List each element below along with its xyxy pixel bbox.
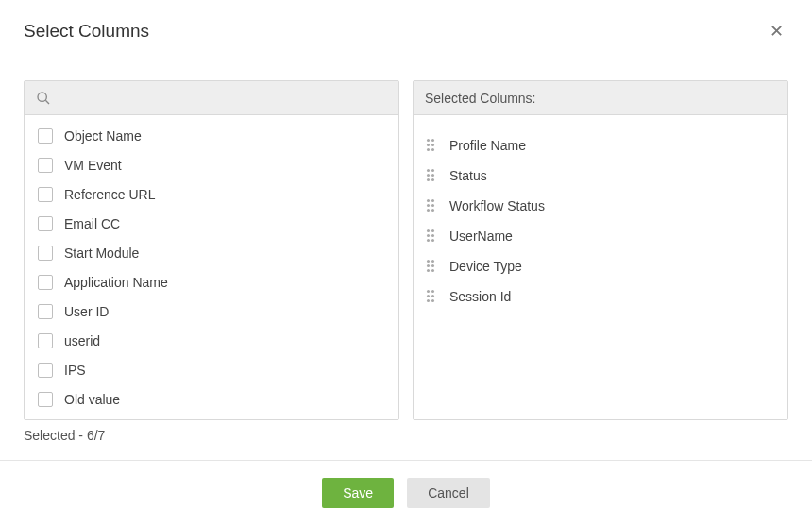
- available-column-item[interactable]: userid: [38, 326, 398, 355]
- drag-handle-icon[interactable]: [427, 260, 438, 273]
- search-bar[interactable]: [25, 81, 398, 115]
- selected-columns-header-label: Selected Columns:: [425, 91, 536, 106]
- available-column-label: Start Module: [64, 246, 139, 261]
- available-column-item[interactable]: Old value: [38, 384, 398, 414]
- column-checkbox[interactable]: [38, 363, 53, 378]
- close-icon[interactable]: ✕: [770, 23, 784, 40]
- available-column-label: IPS: [64, 363, 86, 378]
- selected-column-label: Status: [449, 168, 487, 183]
- selection-status: Selected - 6/7: [0, 420, 812, 443]
- save-button[interactable]: Save: [322, 478, 394, 508]
- column-checkbox[interactable]: [38, 128, 53, 144]
- columns-wrap: Object NameVM EventReference URLEmail CC…: [24, 80, 788, 420]
- column-checkbox[interactable]: [38, 275, 53, 290]
- search-icon: [36, 91, 51, 106]
- available-column-label: Reference URL: [64, 187, 156, 202]
- selected-columns-header: Selected Columns:: [414, 81, 787, 115]
- selected-column-item[interactable]: Status: [427, 161, 787, 191]
- dialog-title: Select Columns: [24, 21, 149, 42]
- available-column-item[interactable]: IPS: [38, 355, 398, 384]
- selected-column-label: Profile Name: [449, 138, 526, 153]
- drag-handle-icon[interactable]: [427, 199, 438, 212]
- available-columns-panel: Object NameVM EventReference URLEmail CC…: [24, 80, 399, 420]
- available-column-label: userid: [64, 333, 100, 348]
- available-column-item[interactable]: Reference URL: [38, 179, 398, 209]
- available-column-label: User ID: [64, 304, 109, 319]
- available-column-label: VM Event: [64, 158, 122, 173]
- select-columns-dialog: Select Columns ✕ Object NameVM EventRefe…: [0, 0, 812, 510]
- available-columns-list-container: Object NameVM EventReference URLEmail CC…: [25, 115, 398, 419]
- selected-column-item[interactable]: Profile Name: [427, 130, 787, 161]
- selected-column-label: Session Id: [449, 289, 511, 304]
- selected-column-label: Device Type: [449, 259, 522, 274]
- available-column-item[interactable]: Application Name: [38, 267, 398, 297]
- drag-handle-icon[interactable]: [427, 169, 438, 182]
- available-columns-list: Object NameVM EventReference URLEmail CC…: [25, 121, 398, 419]
- selected-columns-list-container: Profile NameStatusWorkflow StatusUserNam…: [414, 115, 787, 419]
- drag-handle-icon[interactable]: [427, 290, 438, 303]
- selected-column-label: UserName: [449, 229, 513, 244]
- column-checkbox[interactable]: [38, 392, 53, 407]
- available-column-item[interactable]: Object Name: [38, 121, 398, 150]
- drag-handle-icon[interactable]: [427, 139, 438, 152]
- column-checkbox[interactable]: [38, 304, 53, 319]
- svg-line-1: [45, 100, 49, 104]
- selected-column-item[interactable]: Device Type: [427, 251, 787, 281]
- selected-columns-list: Profile NameStatusWorkflow StatusUserNam…: [414, 121, 787, 312]
- column-checkbox[interactable]: [38, 333, 53, 348]
- available-column-label: Email CC: [64, 216, 120, 231]
- column-checkbox[interactable]: [38, 216, 53, 231]
- dialog-footer: Save Cancel: [0, 460, 812, 510]
- cancel-button[interactable]: Cancel: [407, 478, 490, 508]
- dialog-header: Select Columns ✕: [0, 0, 812, 60]
- available-column-label: Object Name: [64, 128, 142, 144]
- available-column-item[interactable]: Email CC: [38, 209, 398, 238]
- available-column-label: Application Name: [64, 275, 168, 290]
- column-checkbox[interactable]: [38, 246, 53, 261]
- selected-columns-panel: Selected Columns: Profile NameStatusWork…: [413, 80, 788, 420]
- dialog-body: Object NameVM EventReference URLEmail CC…: [0, 60, 812, 420]
- svg-point-0: [38, 93, 46, 101]
- selected-column-label: Workflow Status: [449, 198, 545, 213]
- column-checkbox[interactable]: [38, 187, 53, 202]
- available-column-item[interactable]: User ID: [38, 297, 398, 326]
- available-column-item[interactable]: Application Protocol: [38, 414, 398, 419]
- available-column-label: Old value: [64, 392, 120, 407]
- available-column-item[interactable]: Start Module: [38, 238, 398, 267]
- selected-column-item[interactable]: UserName: [427, 221, 787, 251]
- available-column-item[interactable]: VM Event: [38, 150, 398, 179]
- column-checkbox[interactable]: [38, 158, 53, 173]
- selected-column-item[interactable]: Workflow Status: [427, 191, 787, 221]
- drag-handle-icon[interactable]: [427, 230, 438, 243]
- selected-column-item[interactable]: Session Id: [427, 281, 787, 312]
